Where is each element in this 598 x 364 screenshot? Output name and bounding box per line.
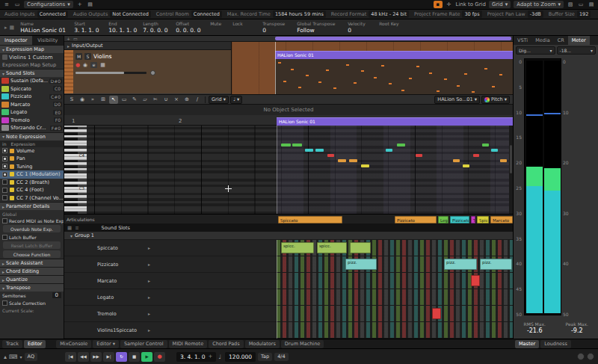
midi-note[interactable] [453,159,460,162]
adapt-to-zoom-dropdown[interactable]: Adapt to Zoom ▾ [514,1,564,8]
rewind-button[interactable]: ◀◀ [78,352,89,362]
articulation-segment[interactable]: Pizzicato [395,216,437,223]
articulation-segment[interactable]: Legato [438,216,449,223]
articulation-segment[interactable]: Marcato [490,216,513,223]
zone-icon[interactable]: ▦ [67,225,72,231]
section-scale-assistant[interactable]: ▸ Scale Assistant [0,259,64,267]
articulation-segment[interactable]: Pizzicato [450,216,469,223]
link-icon[interactable]: ✛ [446,1,453,8]
volume-slider[interactable] [75,72,147,74]
record-enable-icon[interactable]: ● [75,62,80,68]
tab-media[interactable]: Media [531,36,554,45]
expression-map-preset[interactable]: Violins 1 Custom [0,53,64,61]
semitones-value[interactable]: 0 [52,292,61,298]
metronome-icon[interactable]: ♩ [218,354,221,360]
menu-icon[interactable]: ≡ [3,1,10,8]
group-row[interactable]: ▾ Group 1 [64,232,513,240]
midi-note[interactable] [305,149,313,152]
lane-event-block[interactable]: spicc. [317,242,347,253]
status-value[interactable]: 1584 hours 59 mins [273,10,326,18]
stop-button[interactable]: ■ [129,352,140,362]
keyboard-icon[interactable]: ⌨ [9,354,18,360]
midi-note[interactable] [473,154,479,157]
midi-note[interactable] [349,159,357,162]
note-display[interactable]: C4C3 [64,126,513,214]
selected-part[interactable]: HALion Sonic 01 [275,51,513,59]
solo-button[interactable]: S [84,53,91,60]
line-tool[interactable]: ∕ [193,96,202,104]
scale-correction-checkbox[interactable] [2,300,7,306]
info-field-value[interactable] [379,27,412,34]
scale-correction-row[interactable]: Scale Correction [0,299,64,306]
note-expression-checkbox[interactable] [2,148,7,153]
note-expression-checkbox[interactable] [2,164,7,169]
info-field-value[interactable]: Follow [297,27,348,34]
goto-next-marker-button[interactable]: ▶| [103,352,114,362]
note-expression-checkbox[interactable] [2,156,7,161]
articulation-segment[interactable]: Spiccato [278,216,342,223]
play-button[interactable]: ▶ [141,352,152,362]
sound-slot-lane[interactable]: Pizzicato▸pizz.pizz.pizz. [64,256,513,273]
tab-master[interactable]: Master [515,340,539,348]
grid-dropdown[interactable]: Grid ▾ [489,1,511,8]
midi-input-icon[interactable]: ▪ [434,1,443,8]
goto-prev-marker-button[interactable]: |◀ [65,352,76,362]
lane-audition-icon[interactable]: ▸ [148,294,150,300]
note-expression-item[interactable]: CC 7 (Channel Vo... [0,194,64,203]
auto-quantize-button[interactable]: AQ [25,353,37,361]
info-field-value[interactable]: 3. 1. 1. 0 [74,27,108,34]
tab-modulators[interactable]: Modulators [245,340,280,348]
note-expression-item[interactable]: Volume [0,147,64,155]
midi-note[interactable] [281,144,291,146]
meter-offset-dropdown[interactable]: -18... ▾ [557,46,597,55]
quantize-preset-dropdown[interactable]: ♩ ▾ [230,96,242,104]
midi-note[interactable] [338,159,346,162]
note-expression-checkbox[interactable] [2,179,7,185]
track-name[interactable]: Violins [93,53,111,60]
solo-editor-icon[interactable]: S [67,96,76,104]
lane-event-block[interactable]: spicc. [281,242,314,253]
link-to-grid-label[interactable]: Link to Grid [456,1,487,7]
note-expression-checkbox[interactable] [2,172,7,177]
note-expression-checkbox[interactable] [2,195,7,200]
section-expression-map[interactable]: ▾ Expression Map [0,45,64,53]
section-parameter-details[interactable]: ▸ Parameter Details [0,202,64,210]
snap-icon[interactable]: ⊞ [99,96,108,104]
part-selector-dropdown[interactable]: HALion So...01 ▾ [434,96,480,104]
record-midi-as-note-exp-row[interactable]: Record MIDI as Note Exp. [0,217,64,224]
chevron-down-icon[interactable]: ▾ [20,354,22,360]
sound-slot-lane[interactable]: Tremolo▸ [64,306,513,322]
time-signature-display[interactable]: 4/4 [274,353,288,361]
lane-event-block[interactable]: pizz. [480,259,512,270]
lane-audition-icon[interactable]: ▸ [148,311,150,316]
section-sound-slots[interactable]: ▾ Sound Slots [0,69,64,77]
sound-slot-lane[interactable]: Spiccato▸spicc.spicc. [64,240,513,256]
lane-event-block[interactable] [471,275,480,286]
snap-grid-dropdown[interactable]: Grid ▾ [209,96,229,104]
status-value[interactable]: 30 fps [462,10,481,18]
range-select-tool[interactable]: ▭ [120,96,129,104]
visible-range-bar[interactable] [275,37,511,40]
tab-vsti[interactable]: VSTi [514,36,531,45]
note-expression-item[interactable]: Pan [0,155,64,163]
position-display[interactable]: 3. 4. 1. 0 + [176,352,216,362]
note-expression-item[interactable]: Tuning [0,163,64,171]
tab-drum-machine[interactable]: Drum Machine [281,340,324,348]
info-field-value[interactable]: 0. 0. 0. 0 [176,27,210,34]
track-violins[interactable]: M S Violins ● ◉ e ▦ [64,50,231,93]
note-expression-checkbox[interactable] [2,188,7,193]
tab-chord-pads[interactable]: Chord Pads [209,340,244,348]
section-chord-editing[interactable]: ▸ Chord Editing [0,267,64,275]
lane-audition-icon[interactable]: ▸ [148,262,150,267]
midi-note[interactable] [397,144,405,146]
tab-loudness[interactable]: Loudness [540,340,571,348]
menu-icon[interactable]: ≡ [75,225,78,231]
lane-event-block[interactable] [432,308,441,319]
tab-sampler-control[interactable]: Sampler Control [120,340,167,348]
sound-slot-item[interactable]: Sforzando Cr...F#0 [0,124,64,132]
pan-knob[interactable] [150,70,155,75]
info-field-value[interactable]: 0 [262,27,297,34]
freeze-icon[interactable]: ▦ [100,62,105,68]
midi-note[interactable] [482,144,489,146]
info-field-value[interactable]: HALion Sonic 01 [20,27,74,34]
